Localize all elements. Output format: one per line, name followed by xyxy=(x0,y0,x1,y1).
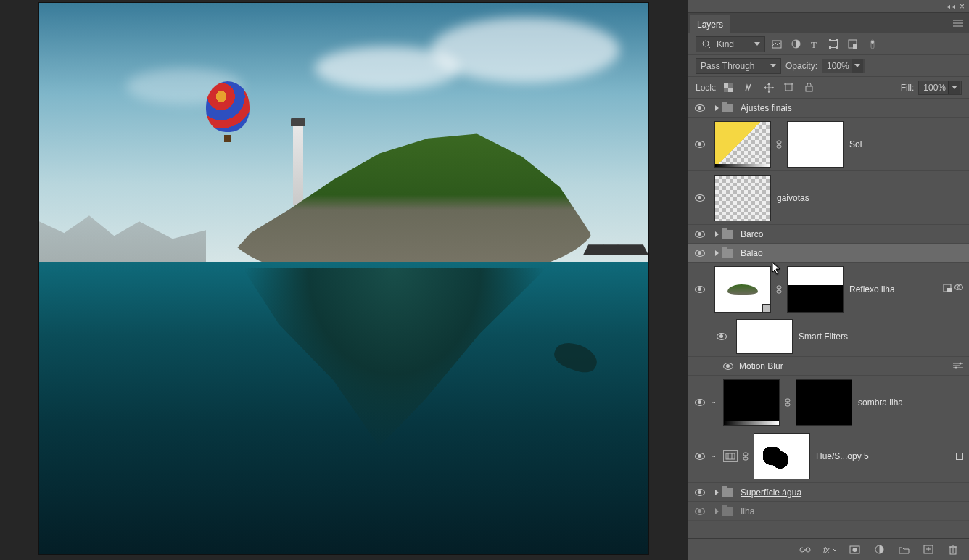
filter-name[interactable]: Motion Blur xyxy=(739,361,783,371)
lock-all-icon[interactable] xyxy=(802,81,817,95)
layer-thumbnail[interactable] xyxy=(723,379,780,426)
eye-icon xyxy=(695,141,705,148)
eye-icon xyxy=(695,194,705,202)
visibility-toggle[interactable] xyxy=(688,250,712,257)
svg-line-4 xyxy=(708,46,710,48)
blend-mode-value: Pass Through xyxy=(701,61,755,71)
filter-toggle-icon[interactable] xyxy=(865,37,880,52)
layer-row[interactable]: gaivotas xyxy=(688,171,969,225)
filter-kind-select[interactable]: Kind xyxy=(696,36,765,52)
visibility-toggle[interactable] xyxy=(688,453,712,460)
visibility-toggle[interactable] xyxy=(688,286,712,293)
mask-link-icon[interactable] xyxy=(783,398,793,407)
visibility-toggle[interactable] xyxy=(688,141,712,148)
expand-toggle[interactable] xyxy=(712,231,722,237)
smart-filters-row[interactable]: Smart Filters xyxy=(688,316,969,357)
layers-list[interactable]: Ajustes finais Sol gaivotas Barco Balão xyxy=(688,99,969,538)
visibility-toggle[interactable] xyxy=(688,104,712,112)
layer-filter-row: Kind T xyxy=(688,33,969,55)
layer-row[interactable]: Hue/S...opy 5 xyxy=(688,429,969,483)
panel-top-strip: ◂◂ × xyxy=(688,0,969,13)
layer-group-row[interactable]: Ajustes finais xyxy=(688,99,969,118)
lock-artboard-icon[interactable] xyxy=(782,81,796,95)
layer-thumbnail[interactable] xyxy=(714,266,771,313)
adjustment-icon[interactable] xyxy=(723,450,738,462)
visibility-toggle[interactable] xyxy=(688,508,712,515)
layer-group-row[interactable]: Ilha xyxy=(688,502,969,521)
svg-text:T: T xyxy=(811,40,817,49)
filter-pixel-icon[interactable] xyxy=(770,37,784,52)
filter-smartobject-icon[interactable] xyxy=(845,37,859,52)
layer-group-row[interactable]: Superfície água xyxy=(688,483,969,502)
layer-thumbnail[interactable] xyxy=(714,175,771,221)
eye-icon xyxy=(695,489,705,496)
new-adjustment-icon[interactable] xyxy=(872,543,886,557)
expand-toggle[interactable] xyxy=(712,250,722,256)
caret-right-icon xyxy=(715,250,719,256)
mask-link-icon[interactable] xyxy=(741,452,751,461)
fill-label: Fill: xyxy=(901,83,915,93)
visibility-toggle[interactable] xyxy=(688,399,712,406)
folder-icon xyxy=(722,249,733,258)
layer-name[interactable]: Barco xyxy=(741,229,763,239)
opacity-input[interactable]: 100% xyxy=(822,59,865,73)
new-group-icon[interactable] xyxy=(896,543,911,557)
layer-style-icon[interactable]: fx xyxy=(822,543,837,557)
layer-row[interactable]: Sol xyxy=(688,118,969,171)
layer-name[interactable]: Superfície água xyxy=(741,487,801,498)
filter-adjustment-icon[interactable] xyxy=(788,37,803,52)
caret-right-icon xyxy=(715,508,719,514)
layer-name[interactable]: Ilha xyxy=(741,506,754,516)
expand-toggle[interactable] xyxy=(712,105,722,111)
filter-type-icon[interactable]: T xyxy=(807,37,822,52)
filter-row[interactable]: Motion Blur xyxy=(688,357,969,376)
layer-group-row[interactable]: Barco xyxy=(688,225,969,244)
visibility-toggle[interactable] xyxy=(710,333,733,340)
mask-link-icon[interactable] xyxy=(774,285,784,294)
canvas-artwork[interactable] xyxy=(39,3,648,554)
tab-layers[interactable]: Layers xyxy=(690,15,730,33)
layer-mask-thumbnail[interactable] xyxy=(796,379,852,426)
layer-name[interactable]: Reflexo ilha xyxy=(849,284,895,295)
visibility-toggle[interactable] xyxy=(720,363,736,370)
layer-row[interactable]: sombra ilha xyxy=(688,376,969,429)
caret-right-icon xyxy=(715,231,719,237)
filter-shape-icon[interactable] xyxy=(826,37,841,52)
lock-position-icon[interactable] xyxy=(762,81,776,95)
expand-toggle[interactable] xyxy=(712,490,722,495)
filter-mask-thumbnail[interactable] xyxy=(736,319,793,354)
layer-mask-thumbnail[interactable] xyxy=(754,433,810,479)
delete-layer-icon[interactable] xyxy=(946,543,960,557)
layer-name[interactable]: Hue/S...opy 5 xyxy=(816,451,869,461)
layer-name[interactable]: gaivotas xyxy=(777,193,809,203)
eye-icon xyxy=(695,104,705,112)
svg-rect-18 xyxy=(728,88,733,92)
new-layer-icon[interactable] xyxy=(921,543,936,557)
layer-thumbnail[interactable] xyxy=(714,121,771,168)
visibility-toggle[interactable] xyxy=(688,489,712,496)
layer-name[interactable]: Sol xyxy=(849,139,862,149)
filter-options-icon[interactable] xyxy=(953,361,963,371)
chevron-down-icon xyxy=(770,64,776,67)
panel-menu-icon[interactable] xyxy=(947,20,969,27)
visibility-toggle[interactable] xyxy=(688,194,712,202)
blend-mode-select[interactable]: Pass Through xyxy=(696,58,781,74)
layer-name[interactable]: Ajustes finais xyxy=(741,103,792,113)
clip-indicator-icon xyxy=(712,453,719,460)
lock-transparency-icon[interactable] xyxy=(721,81,735,95)
layer-name[interactable]: Balão xyxy=(741,248,763,258)
expand-toggle[interactable] xyxy=(712,508,722,514)
layer-name[interactable]: sombra ilha xyxy=(858,398,903,408)
link-layers-icon[interactable] xyxy=(798,543,812,557)
fill-value: 100% xyxy=(923,83,946,93)
svg-text:fx: fx xyxy=(823,545,830,554)
layer-mask-thumbnail[interactable] xyxy=(787,121,844,168)
mask-link-icon[interactable] xyxy=(774,140,784,149)
layer-group-row[interactable]: Balão xyxy=(688,244,969,263)
layer-row[interactable]: Reflexo ilha xyxy=(688,263,969,316)
add-mask-icon[interactable] xyxy=(847,543,862,557)
layer-mask-thumbnail[interactable] xyxy=(787,266,844,313)
visibility-toggle[interactable] xyxy=(688,231,712,238)
fill-input[interactable]: 100% xyxy=(918,81,962,95)
lock-image-icon[interactable] xyxy=(741,81,756,95)
